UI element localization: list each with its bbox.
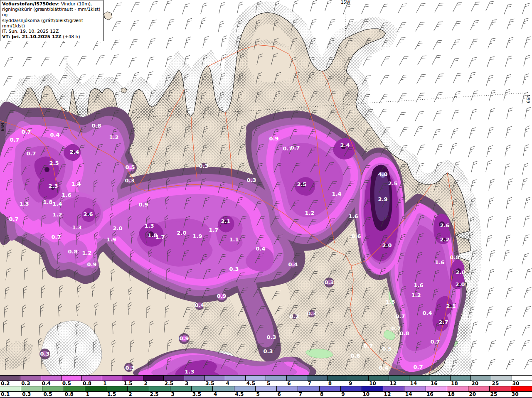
legend-tick-label: 3.5 xyxy=(205,381,214,386)
precip-value-label: 2.2 xyxy=(440,236,449,243)
precip-value-label: 0.3 xyxy=(199,163,208,169)
precip-value-label: 0.4 xyxy=(288,261,298,268)
legend-cell xyxy=(286,376,307,381)
precip-value-label: 0.4 xyxy=(379,365,388,371)
precip-value-label: 1.3 xyxy=(185,369,194,375)
precip-value-label: 1.4 xyxy=(332,191,341,197)
legend-cell xyxy=(81,376,102,381)
precip-value-label: 1.6 xyxy=(414,282,423,288)
legend-tick-label: 30 xyxy=(512,392,519,397)
precip-value-label: 0.3 xyxy=(324,279,334,285)
precip-value-label: 0.8 xyxy=(91,123,101,129)
legend-tick-label: 9 xyxy=(341,392,345,397)
legend-tick-label: 0.3 xyxy=(21,381,30,386)
precip-value-label: 1.3 xyxy=(72,224,81,231)
precip-value-label: 1.3 xyxy=(144,223,154,229)
legend-cell xyxy=(212,386,234,391)
legend-cell xyxy=(42,386,63,391)
legend-cell xyxy=(298,386,319,391)
legend-tick-label: 14 xyxy=(405,392,412,397)
legend-cell xyxy=(143,376,163,381)
legend-cell xyxy=(489,386,510,391)
legend-cell xyxy=(327,376,347,381)
precip-value-label: 2.0 xyxy=(177,230,186,236)
legend-tick-label: 5 xyxy=(267,381,270,386)
legend-cell xyxy=(204,376,225,381)
precip-value-label: 2.4 xyxy=(69,149,79,155)
precip-value-label: 1.9 xyxy=(192,233,202,239)
legend-cell xyxy=(106,386,127,391)
legend-tick-label: 0.4 xyxy=(42,381,50,386)
info-line-1: Veðurstofan/IS750dev: Vindur (10m), xyxy=(2,1,102,7)
precip-value-label: 0.9 xyxy=(87,261,96,268)
precip-value-label: 0.7 xyxy=(21,129,31,135)
precip-value-label: 0.4 xyxy=(195,302,204,308)
precip-value-label: 2.4 xyxy=(340,142,350,148)
precip-value-label: 2.0 xyxy=(382,242,392,248)
legend-tick-label: 0.1 xyxy=(1,392,10,397)
legend-cell xyxy=(447,386,468,391)
precip-value-label: 1.6 xyxy=(348,213,358,219)
precip-value-label: 0.5 xyxy=(382,346,392,352)
precip-value-label: 0.7 xyxy=(26,150,36,157)
precip-value-label: 0.9 xyxy=(269,135,278,142)
precip-value-label: 2.1 xyxy=(221,218,230,224)
legend-tick-label: 3.5 xyxy=(192,392,201,397)
legend-cell xyxy=(85,386,106,391)
legend-cell xyxy=(41,376,61,381)
legend-cell xyxy=(163,376,184,381)
precip-value-label: 0.7 xyxy=(10,137,19,143)
precip-value-label: 1.2 xyxy=(305,210,314,216)
precip-value-label: 1.8 xyxy=(43,199,52,205)
precip-value-label: 0.8 xyxy=(68,248,77,255)
precip-value-label: 0.3 xyxy=(263,348,273,354)
precip-value-label: 2.0 xyxy=(456,269,465,275)
legend-tick-label: 2.5 xyxy=(150,392,158,397)
precip-value-label: 0.9 xyxy=(217,293,226,299)
forecast-map-canvas: 0.70.70.40.81.20.72.42.50.50.32.31.41.61… xyxy=(0,0,532,375)
precip-value-label: 1.2 xyxy=(411,292,421,298)
legend-tick-label: 6 xyxy=(278,392,281,397)
legend-cell xyxy=(409,376,429,381)
legend-tick-label: 9 xyxy=(349,381,352,386)
legend-cell xyxy=(184,376,204,381)
legend-cell xyxy=(404,386,425,391)
legend-cell xyxy=(266,376,286,381)
legend-cell xyxy=(450,376,470,381)
precip-value-label: 0.6 xyxy=(350,353,360,359)
legend-cell xyxy=(319,386,340,391)
legend-cell xyxy=(426,386,447,391)
legend-tick-label: 12 xyxy=(389,381,397,386)
legend-cell xyxy=(64,386,85,391)
precip-value-label: 0.3 xyxy=(125,177,134,184)
legend-tick-label: 18 xyxy=(448,392,455,397)
precip-value-label: 1.4 xyxy=(71,181,81,187)
legend-tick-label: 2.5 xyxy=(165,381,173,386)
legend-tick-label: 3 xyxy=(171,392,175,397)
legend-tick-label: 10 xyxy=(362,392,369,397)
legend-cell xyxy=(430,376,450,381)
legend-cell xyxy=(511,386,532,391)
legend-tick-label: 10 xyxy=(369,381,376,386)
precip-value-label: 1.2 xyxy=(109,134,118,140)
legend-tick-label: 0.3 xyxy=(22,392,31,397)
precip-value-label: 2.5 xyxy=(49,160,59,166)
precip-value-label: 1.2 xyxy=(52,211,62,218)
precip-value-label: 0.3 xyxy=(266,334,276,340)
legend-cell xyxy=(340,386,362,391)
meridian-label-15w: 15W xyxy=(341,0,350,5)
precip-value-label: 0.9 xyxy=(179,335,189,341)
precip-value-label: 0.7 xyxy=(9,216,18,222)
parallel-label-66n-left: 66N xyxy=(0,123,5,131)
snow-color-bar xyxy=(0,375,532,381)
legend-tick-label: 0.2 xyxy=(1,381,10,386)
legend-tick-label: 20 xyxy=(471,381,478,386)
precip-value-label: 1.5 xyxy=(385,299,395,305)
precip-value-label: 0.7 xyxy=(395,313,405,319)
legend-tick-label: 16 xyxy=(431,381,438,386)
legend-cell xyxy=(512,376,532,381)
legend-cell xyxy=(20,376,40,381)
precip-value-label: 0.7 xyxy=(430,339,440,345)
legend-tick-label: 0.8 xyxy=(83,381,91,386)
legend-cell xyxy=(21,386,42,391)
